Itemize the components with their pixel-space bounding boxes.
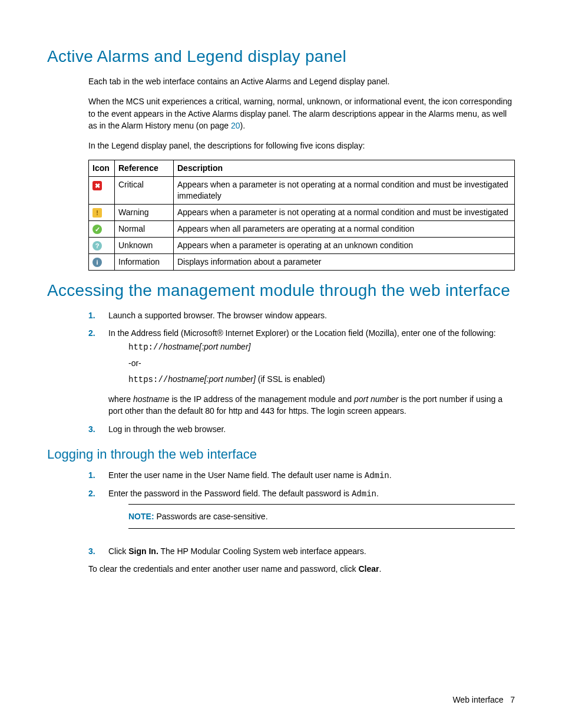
cell-icon: ✓	[89, 221, 115, 238]
step-number: 3.	[88, 545, 108, 557]
cell-icon: !	[89, 205, 115, 221]
heading-active-alarms: Active Alarms and Legend display panel	[47, 47, 515, 66]
heading-logging-in: Logging in through the web interface	[47, 447, 515, 462]
s1-b: .	[389, 470, 392, 480]
note-box: NOTE: Passwords are case-sensitive.	[128, 504, 515, 529]
information-icon: i	[92, 258, 102, 267]
table-row: !WarningAppears when a parameter is not …	[89, 205, 515, 221]
th-reference: Reference	[115, 160, 174, 177]
cell-description: Appears when a parameter is not operatin…	[174, 177, 515, 205]
th-icon: Icon	[89, 160, 115, 177]
critical-icon: ✖	[92, 181, 102, 190]
where-a: where	[108, 394, 133, 404]
step-text: Launch a supported browser. The browser …	[108, 309, 515, 321]
step-text: Click Sign In. The HP Modular Cooling Sy…	[108, 545, 515, 557]
url-scheme: http://	[128, 342, 163, 352]
intro-para-3: In the Legend display panel, the descrip…	[88, 140, 515, 151]
cell-description: Displays information about a parameter	[174, 253, 515, 270]
s3-a: Click	[108, 546, 128, 556]
s2-code: Admin	[352, 489, 376, 499]
cell-reference: Normal	[115, 221, 174, 238]
step-text: In the Address field (Microsoft® Interne…	[108, 327, 515, 339]
access-step-3: 3. Log in through the web browser.	[88, 423, 515, 435]
table-row: ?UnknownAppears when a parameter is oper…	[89, 237, 515, 253]
url-host: hostname[:port number]	[163, 342, 251, 351]
access-step-1: 1. Launch a supported browser. The brows…	[88, 309, 515, 321]
unknown-icon: ?	[92, 241, 102, 251]
s1-code: Admin	[365, 471, 389, 480]
cell-icon: ✖	[89, 177, 115, 205]
step-text: Log in through the web browser.	[108, 423, 515, 435]
footer-page-number: 7	[510, 695, 515, 704]
s3-bold: Sign In.	[128, 546, 158, 556]
step-number: 2.	[88, 487, 108, 539]
url-host-2: hostname[:port number]	[168, 374, 256, 384]
step-text: Enter the user name in the User Name fie…	[108, 469, 515, 482]
login-steps-list: 1. Enter the user name in the User Name …	[88, 469, 515, 557]
or-text: -or-	[128, 358, 141, 368]
step-number: 2.	[88, 327, 108, 417]
clear-a: To clear the credentials and enter anoth…	[88, 564, 358, 574]
note-text: Passwords are case-sensitive.	[154, 512, 268, 521]
step-number: 1.	[88, 309, 108, 321]
login-step-2: 2. Enter the password in the Password fi…	[88, 487, 515, 539]
heading-accessing-module: Accessing the management module through …	[47, 281, 515, 300]
url-option-1: http://hostname[:port number] -or- https…	[128, 339, 515, 387]
where-port: port number	[354, 394, 398, 404]
clear-b: .	[379, 564, 381, 574]
cell-reference: Warning	[115, 205, 174, 221]
table-row: ✓NormalAppears when all parameters are o…	[89, 221, 515, 238]
cell-description: Appears when a parameter is not operatin…	[174, 205, 515, 221]
legend-table: Icon Reference Description ✖CriticalAppe…	[88, 160, 515, 270]
th-description: Description	[174, 160, 515, 177]
s2-b: .	[376, 489, 379, 498]
cell-description: Appears when all parameters are operatin…	[174, 221, 515, 238]
step-number: 3.	[88, 423, 108, 435]
cell-reference: Unknown	[115, 237, 174, 253]
cell-icon: ?	[89, 237, 115, 253]
intro-para-1: Each tab in the web interface contains a…	[88, 75, 515, 87]
step-text: Enter the password in the Password field…	[108, 487, 515, 500]
cell-reference: Information	[115, 253, 174, 270]
step-number: 1.	[88, 469, 108, 482]
footer-section: Web interface	[452, 695, 503, 704]
s3-b: The HP Modular Cooling System web interf…	[158, 546, 366, 556]
url-ssl-note: (if SSL is enabled)	[256, 374, 325, 384]
access-step-2: 2. In the Address field (Microsoft® Inte…	[88, 327, 515, 417]
page-link-20[interactable]: 20	[231, 121, 240, 130]
intro-para-2-tail: ).	[240, 121, 246, 130]
warning-icon: !	[92, 208, 102, 218]
intro-para-2-text: When the MCS unit experiences a critical…	[88, 97, 512, 130]
access-steps-list: 1. Launch a supported browser. The brows…	[88, 309, 515, 435]
normal-icon: ✓	[92, 225, 102, 234]
login-step-1: 1. Enter the user name in the User Name …	[88, 469, 515, 482]
where-clause: where hostname is the IP address of the …	[108, 393, 515, 417]
s1-a: Enter the user name in the User Name fie…	[108, 470, 365, 480]
page-footer: Web interface 7	[452, 695, 515, 704]
s2-a: Enter the password in the Password field…	[108, 489, 352, 498]
intro-para-2: When the MCS unit experiences a critical…	[88, 95, 515, 131]
cell-icon: i	[89, 253, 115, 270]
where-hostname: hostname	[133, 394, 169, 404]
table-row: iInformationDisplays information about a…	[89, 253, 515, 270]
note-label: NOTE:	[128, 512, 154, 521]
url-scheme-2: https://	[128, 375, 168, 384]
where-b: is the IP address of the management modu…	[170, 394, 354, 404]
table-row: ✖CriticalAppears when a parameter is not…	[89, 177, 515, 205]
clear-credentials-para: To clear the credentials and enter anoth…	[88, 563, 515, 575]
table-header-row: Icon Reference Description	[89, 160, 515, 177]
cell-description: Appears when a parameter is operating at…	[174, 237, 515, 253]
cell-reference: Critical	[115, 177, 174, 205]
login-step-3: 3. Click Sign In. The HP Modular Cooling…	[88, 545, 515, 557]
clear-bold: Clear	[358, 564, 379, 574]
